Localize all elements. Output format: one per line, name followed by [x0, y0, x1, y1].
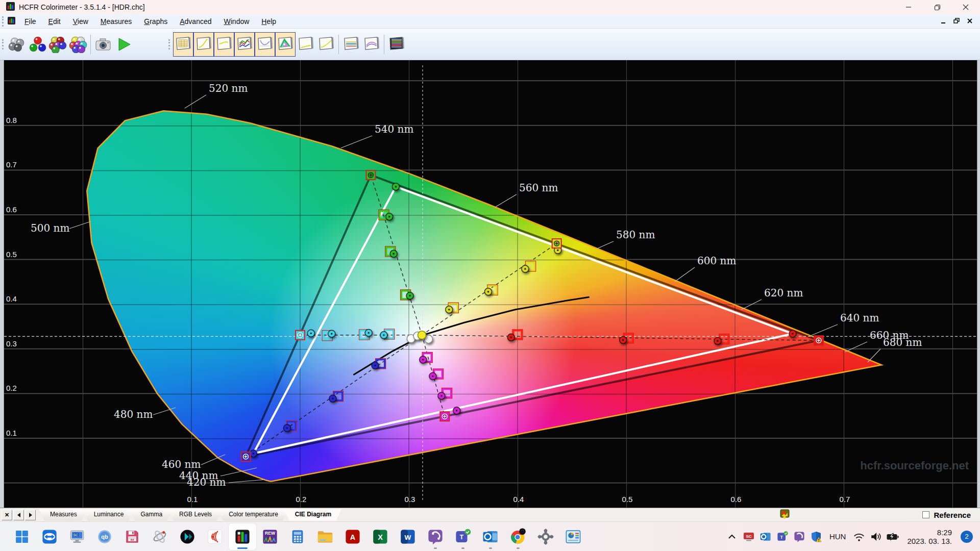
wavelength-label: 580 nm	[616, 229, 655, 241]
taskbar-viber-icon[interactable]	[422, 523, 449, 550]
tray-expand-chevron-icon[interactable]	[725, 530, 739, 543]
chart-right-frame	[977, 60, 980, 508]
viber-tray-icon[interactable]	[793, 530, 806, 543]
wavelength-leader-line	[596, 241, 614, 249]
menu-edit[interactable]: Edit	[42, 16, 67, 27]
color-temperature-view-icon[interactable]	[255, 32, 275, 57]
close-tab-icon[interactable]: ✕	[2, 510, 12, 520]
restore-button[interactable]	[923, 0, 951, 14]
windows-taskbar: SCqb64REWAXWT SCT HUN 8:29 2023. 03. 13.…	[0, 521, 980, 551]
menu-file[interactable]: File	[18, 16, 42, 27]
wavelength-label: 500 nm	[31, 222, 69, 234]
tab-measures[interactable]: Measures	[39, 509, 87, 521]
menu-measures[interactable]: Measures	[94, 16, 138, 27]
hcfr-watermark: hcfr.sourceforge.net	[860, 459, 969, 472]
reference-label: Reference	[934, 511, 971, 519]
outlook-tray-icon[interactable]	[759, 530, 772, 543]
near-white-view-icon[interactable]	[361, 32, 382, 57]
gamma-curve-view-icon[interactable]	[193, 32, 214, 57]
defender-warning-icon[interactable]	[810, 530, 823, 543]
greyscale-extended-view-icon[interactable]	[316, 32, 336, 57]
chart-left-frame	[0, 60, 4, 508]
scroll-right-icon[interactable]	[25, 510, 36, 520]
mdi-minimize-button[interactable]	[941, 17, 946, 26]
run-measures-play-icon[interactable]	[113, 32, 134, 57]
measures-grid-view-icon[interactable]	[173, 32, 193, 57]
clock[interactable]: 8:29 2023. 03. 13.	[907, 528, 952, 545]
taskbar-excel-icon[interactable]: X	[366, 523, 394, 550]
wifi-icon[interactable]	[852, 530, 866, 543]
cie-diagram-view-icon[interactable]	[275, 32, 296, 57]
reference-checkbox[interactable]: Reference	[922, 511, 971, 519]
taskbar-settings-icon[interactable]	[532, 523, 559, 550]
title-bar: HCFR Colorimeter - 3.5.1.4 - [HDR.chc]	[0, 0, 980, 14]
toolbar	[0, 29, 980, 60]
menu-help[interactable]: Help	[255, 16, 282, 27]
sc-tray-icon[interactable]: SC	[742, 530, 755, 543]
tab-color-temperature[interactable]: Color temperature	[217, 509, 288, 521]
language-indicator[interactable]: HUN	[826, 532, 849, 541]
view-tab-bar: ✕ MeasuresLuminanceGammaRGB LevelsColor …	[0, 508, 980, 521]
greyscale-view-icon[interactable]	[296, 32, 316, 57]
tab-rgb-levels[interactable]: RGB Levels	[168, 509, 222, 521]
menu-advanced[interactable]: Advanced	[174, 16, 217, 27]
taskbar-windows-start-icon[interactable]	[8, 523, 36, 550]
menu-view[interactable]: View	[67, 16, 94, 27]
taskbar-chrome-icon[interactable]	[504, 523, 532, 550]
x-axis-tick-label: 0.4	[513, 495, 524, 504]
luminance-curve-view-icon[interactable]	[214, 32, 234, 57]
full-palette-measure-icon[interactable]	[68, 32, 88, 57]
taskbar-word-icon[interactable]: W	[394, 523, 422, 550]
taskbar-calculator-icon[interactable]	[284, 523, 311, 550]
taskbar-disk-imager-64-icon[interactable]: 64	[118, 523, 146, 550]
toolbar-separator	[90, 35, 91, 54]
snapshot-camera-icon[interactable]	[93, 32, 113, 57]
taskbar-rew-room-eq-icon[interactable]: REW	[256, 523, 284, 550]
near-black-view-icon[interactable]	[341, 32, 361, 57]
battery-charging-icon[interactable]	[886, 530, 899, 543]
close-button[interactable]	[951, 0, 980, 14]
taskbar-teams-icon[interactable]: T	[449, 523, 477, 550]
taskbar-media-chart-app-icon[interactable]	[559, 523, 587, 550]
mdi-restore-button[interactable]	[953, 17, 960, 26]
wavelength-leader-line	[845, 342, 867, 352]
scroll-left-icon[interactable]	[13, 510, 24, 520]
wavelength-label: 600 nm	[697, 255, 736, 267]
reference-checkbox-box[interactable]	[922, 511, 929, 518]
minimize-button[interactable]	[894, 0, 923, 14]
mdi-close-button[interactable]	[967, 17, 973, 26]
hcfr-logo-icon	[6, 2, 15, 12]
taskbar-red-signal-app-icon[interactable]	[201, 523, 229, 550]
y-axis-tick-label: 0.3	[6, 339, 17, 348]
notification-badge[interactable]: 2	[961, 531, 973, 543]
wavelength-label: 520 nm	[209, 82, 248, 94]
white-measured-point	[418, 331, 426, 339]
wavelength-label: 480 nm	[114, 408, 153, 420]
taskbar-qbittorrent-icon[interactable]: qb	[91, 523, 118, 550]
primary-colors-measure-icon[interactable]	[27, 32, 47, 57]
taskbar-outlook-icon[interactable]	[477, 523, 504, 550]
taskbar-atom-app-icon[interactable]	[146, 523, 174, 550]
rgb-levels-view-icon[interactable]	[234, 32, 255, 57]
taskbar-hcfr-icon[interactable]	[229, 523, 256, 550]
svg-text:SC: SC	[746, 534, 751, 538]
wavelength-label: 680 nm	[883, 336, 922, 348]
secondary-colors-measure-icon[interactable]	[47, 32, 68, 57]
full-colors-view-icon[interactable]	[386, 32, 407, 57]
y-axis-tick-label: 0.8	[6, 116, 17, 124]
menu-graphs[interactable]: Graphs	[138, 16, 174, 27]
teams-tray-icon[interactable]: T	[776, 530, 789, 543]
taskbar-teamviewer-icon[interactable]	[36, 523, 63, 550]
taskbar-acrobat-icon[interactable]: A	[339, 523, 366, 550]
window-title: HCFR Colorimeter - 3.5.1.4 - [HDR.chc]	[19, 3, 145, 11]
wavelength-leader-line	[675, 267, 695, 282]
taskbar-sc-remote-monitor-icon[interactable]: SC	[63, 523, 91, 550]
free-measures-icon[interactable]	[7, 32, 27, 57]
tab-cie-diagram[interactable]: CIE Diagram	[284, 509, 341, 521]
tab-gamma[interactable]: Gamma	[129, 509, 173, 521]
taskbar-media-player-d-icon[interactable]	[174, 523, 201, 550]
taskbar-file-explorer-icon[interactable]	[311, 523, 339, 550]
menu-window[interactable]: Window	[218, 16, 256, 27]
tab-luminance[interactable]: Luminance	[83, 509, 134, 521]
volume-icon[interactable]	[869, 530, 883, 543]
